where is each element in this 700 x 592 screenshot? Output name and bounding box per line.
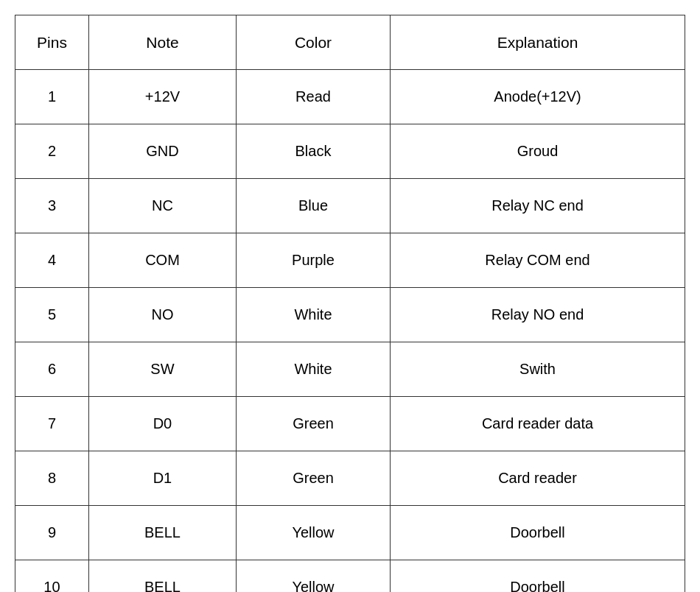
cell-note: NO bbox=[88, 288, 236, 342]
cell-color: Green bbox=[236, 397, 390, 451]
cell-note: SW bbox=[88, 342, 236, 397]
cell-color: Yellow bbox=[236, 506, 390, 560]
cell-explanation: Relay NO end bbox=[391, 288, 685, 342]
cell-explanation: Groud bbox=[391, 124, 685, 179]
cell-color: Blue bbox=[236, 179, 390, 233]
table-row: 8D1GreenCard reader bbox=[15, 451, 685, 506]
table-row: 2GNDBlackGroud bbox=[15, 124, 685, 179]
header-row: Pins Note Color Explanation bbox=[15, 15, 685, 70]
table-row: 4COMPurpleRelay COM end bbox=[15, 233, 685, 288]
cell-pin: 4 bbox=[15, 233, 89, 288]
cell-pin: 2 bbox=[15, 124, 89, 179]
cell-pin: 10 bbox=[15, 560, 89, 593]
cell-pin: 5 bbox=[15, 288, 89, 342]
cell-explanation: Doorbell bbox=[391, 560, 685, 593]
cell-pin: 9 bbox=[15, 506, 89, 560]
pin-table: Pins Note Color Explanation 1+12VReadAno… bbox=[15, 15, 685, 592]
table-row: 6SWWhiteSwith bbox=[15, 342, 685, 397]
table-row: 10BELLYellowDoorbell bbox=[15, 560, 685, 593]
cell-pin: 8 bbox=[15, 451, 89, 506]
cell-pin: 7 bbox=[15, 397, 89, 451]
cell-note: COM bbox=[88, 233, 236, 288]
cell-explanation: Swith bbox=[391, 342, 685, 397]
header-note: Note bbox=[88, 15, 236, 70]
cell-explanation: Relay NC end bbox=[391, 179, 685, 233]
cell-explanation: Card reader data bbox=[391, 397, 685, 451]
cell-pin: 3 bbox=[15, 179, 89, 233]
cell-color: Green bbox=[236, 451, 390, 506]
cell-note: NC bbox=[88, 179, 236, 233]
cell-pin: 6 bbox=[15, 342, 89, 397]
cell-color: Black bbox=[236, 124, 390, 179]
cell-note: +12V bbox=[88, 70, 236, 124]
cell-explanation: Relay COM end bbox=[391, 233, 685, 288]
table-row: 5NOWhiteRelay NO end bbox=[15, 288, 685, 342]
cell-explanation: Card reader bbox=[391, 451, 685, 506]
table-row: 3NCBlueRelay NC end bbox=[15, 179, 685, 233]
cell-note: D1 bbox=[88, 451, 236, 506]
cell-note: BELL bbox=[88, 560, 236, 593]
cell-color: Yellow bbox=[236, 560, 390, 593]
cell-note: GND bbox=[88, 124, 236, 179]
header-pins: Pins bbox=[15, 15, 89, 70]
cell-pin: 1 bbox=[15, 70, 89, 124]
cell-color: Purple bbox=[236, 233, 390, 288]
pin-table-container: Pins Note Color Explanation 1+12VReadAno… bbox=[15, 15, 685, 592]
cell-explanation: Doorbell bbox=[391, 506, 685, 560]
cell-explanation: Anode(+12V) bbox=[391, 70, 685, 124]
cell-color: White bbox=[236, 342, 390, 397]
cell-color: White bbox=[236, 288, 390, 342]
header-color: Color bbox=[236, 15, 390, 70]
header-explanation: Explanation bbox=[391, 15, 685, 70]
cell-note: BELL bbox=[88, 506, 236, 560]
table-row: 1+12VReadAnode(+12V) bbox=[15, 70, 685, 124]
table-row: 7D0GreenCard reader data bbox=[15, 397, 685, 451]
cell-color: Read bbox=[236, 70, 390, 124]
table-row: 9BELLYellowDoorbell bbox=[15, 506, 685, 560]
cell-note: D0 bbox=[88, 397, 236, 451]
